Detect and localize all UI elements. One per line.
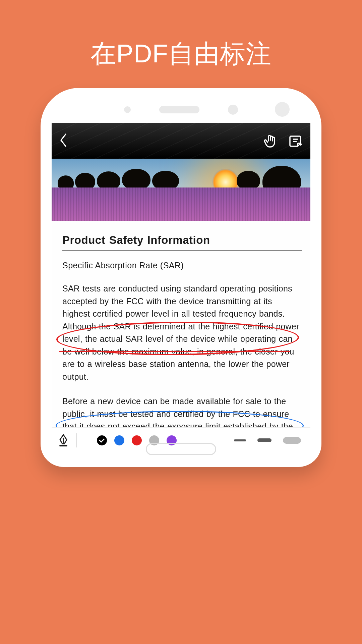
- phone-home-button: [146, 443, 216, 455]
- pen-tool-button[interactable]: [57, 434, 70, 447]
- back-button[interactable]: [59, 133, 68, 149]
- add-note-button[interactable]: [288, 133, 303, 149]
- phone-frame: Product Safety Information Specific Abso…: [41, 88, 321, 467]
- stroke-thin[interactable]: [234, 439, 246, 441]
- stroke-width-picker: [234, 437, 301, 444]
- hand-pointer-icon: [264, 133, 277, 148]
- color-swatch-blue[interactable]: [114, 435, 124, 445]
- app-screen: Product Safety Information Specific Abso…: [52, 123, 310, 453]
- color-swatch-black[interactable]: [97, 435, 107, 445]
- chevron-left-icon: [59, 133, 68, 148]
- marketing-headline: 在PDF自由标注: [0, 37, 362, 71]
- fountain-pen-icon: [58, 434, 69, 447]
- annotation-red-strike[interactable]: [59, 351, 290, 352]
- stroke-medium[interactable]: [257, 438, 272, 442]
- stroke-thick[interactable]: [283, 437, 301, 444]
- toolbar-divider: [76, 433, 77, 447]
- note-add-icon: [289, 134, 302, 148]
- document-body[interactable]: Product Safety Information Specific Abso…: [52, 221, 310, 446]
- color-swatch-red[interactable]: [132, 435, 142, 445]
- hand-tool-button[interactable]: [263, 133, 278, 149]
- svg-point-5: [63, 437, 64, 439]
- document-paragraph: SAR tests are conducted using standard o…: [62, 282, 302, 383]
- document-hero-image: [52, 159, 310, 221]
- document-subtitle: Specific Absorption Rate (SAR): [62, 261, 302, 270]
- phone-camera-dot: [275, 102, 290, 117]
- app-header: [52, 123, 310, 159]
- document-title: Product Safety Information: [62, 234, 302, 251]
- phone-speaker: [124, 105, 238, 115]
